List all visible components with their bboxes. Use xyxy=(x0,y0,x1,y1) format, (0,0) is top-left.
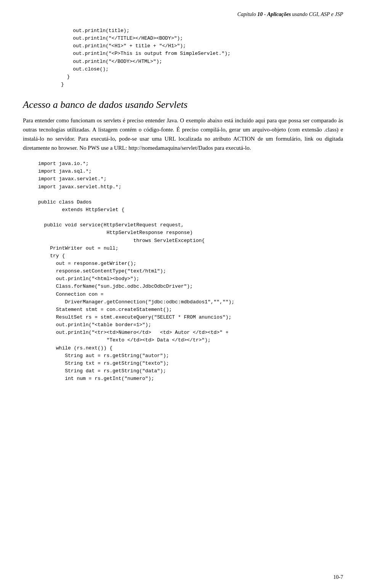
page-header: Capítulo 10 - Aplicações usando CGI, ASP… xyxy=(23,11,343,19)
chapter-number: 10 xyxy=(257,11,263,17)
page-footer: 10-7 xyxy=(333,574,343,580)
code-block-main: import java.io.*; import java.sql.*; imp… xyxy=(23,160,343,383)
body-paragraph: Para entender como funcionam os servlets… xyxy=(23,116,343,152)
section-heading: Acesso a banco de dados usando Servlets xyxy=(23,99,343,111)
code-block-top: out.println(title); out.println("</TITLE… xyxy=(23,27,343,88)
chapter-title: Aplicações xyxy=(267,11,291,17)
header-text: Capítulo 10 - Aplicações usando CGI, ASP… xyxy=(237,11,343,17)
